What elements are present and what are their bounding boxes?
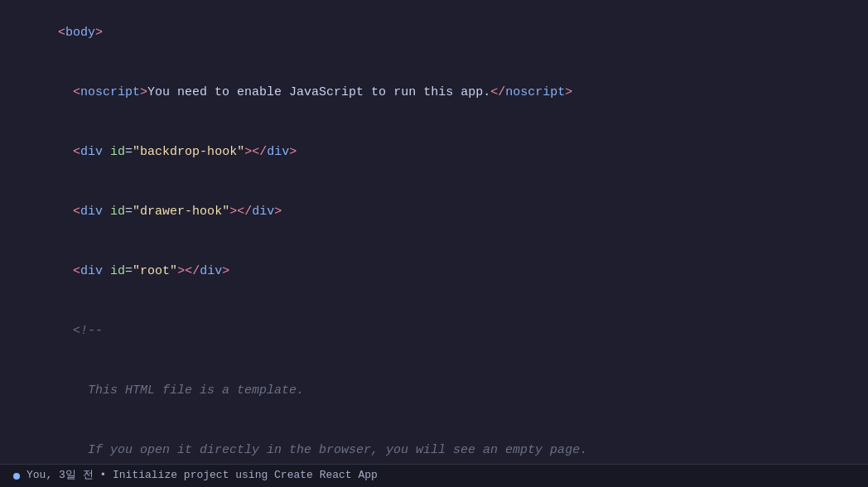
- line-div-backdrop: <div id="backdrop-hook"></div>: [0, 123, 868, 182]
- status-text: You, 3일 전 • Initialize project using Cre…: [27, 467, 378, 485]
- line-noscript: <noscript>You need to enable JavaScript …: [0, 63, 868, 123]
- div-backdrop-lt: <: [73, 145, 80, 159]
- div-root-attr: id: [110, 264, 125, 278]
- noscript-text: You need to enable JavaScript to run thi…: [147, 85, 490, 99]
- line-body-open: <body>: [0, 3, 868, 63]
- noscript-close-gt: >: [565, 85, 572, 99]
- line-div-root: <div id="root"></div>: [0, 242, 868, 301]
- line-div-drawer: <div id="drawer-hook"></div>: [0, 182, 868, 242]
- div-backdrop-value: "backdrop-hook": [133, 145, 244, 159]
- div-backdrop-name: div: [80, 145, 103, 159]
- div-backdrop-close: ></: [244, 145, 267, 159]
- div-root-name: div: [80, 264, 103, 278]
- comment-text-2: If you open it directly in the browser, …: [88, 443, 587, 457]
- comment-open-text: <!--: [73, 324, 103, 338]
- div-drawer-close: ></: [229, 205, 252, 219]
- div-drawer-attr: id: [110, 205, 125, 219]
- line-comment-2: If you open it directly in the browser, …: [0, 421, 868, 464]
- div-root-lt: <: [73, 264, 80, 278]
- code-editor: <body> <noscript>You need to enable Java…: [0, 0, 868, 464]
- div-drawer-value: "drawer-hook": [133, 205, 229, 219]
- comment-text-1: This HTML file is a template.: [88, 383, 304, 398]
- noscript-close-lt: </: [490, 85, 505, 99]
- body-close-bracket: >: [95, 26, 103, 40]
- div-drawer-name: div: [80, 205, 103, 219]
- status-dot: [13, 473, 20, 480]
- body-tag-name: body: [65, 26, 95, 40]
- line-comment-1: This HTML file is a template.: [0, 361, 868, 421]
- noscript-open-gt: >: [140, 85, 147, 99]
- status-bar: You, 3일 전 • Initialize project using Cre…: [0, 464, 868, 487]
- body-open-tag: <: [58, 26, 65, 40]
- div-backdrop-attr: id: [110, 145, 125, 159]
- div-root-close: ></: [177, 264, 200, 278]
- div-root-value: "root": [133, 264, 177, 278]
- noscript-open-lt: <: [73, 85, 80, 99]
- div-drawer-lt: <: [73, 205, 80, 219]
- noscript-tag-name: noscript: [80, 85, 140, 99]
- line-comment-open: <!--: [0, 301, 868, 361]
- noscript-close-name: noscript: [505, 85, 565, 99]
